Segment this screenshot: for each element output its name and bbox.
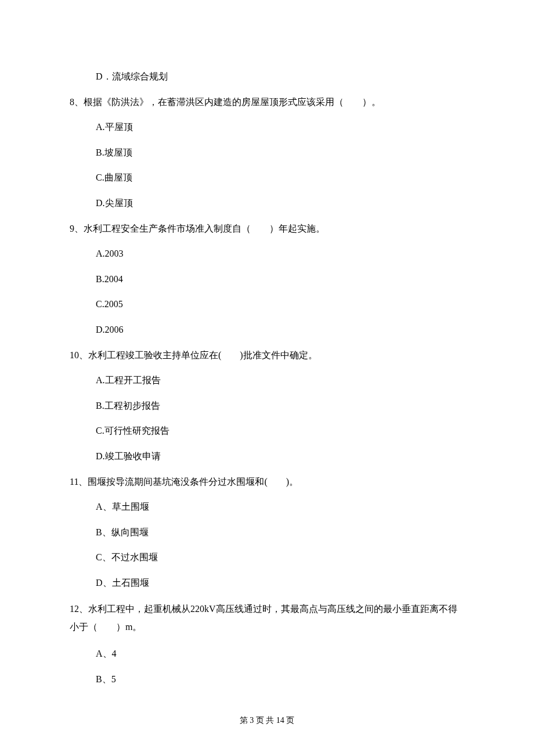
- q8-option-b: B.坡屋顶: [70, 140, 464, 165]
- q10-option-c: C.可行性研究报告: [70, 418, 464, 444]
- q8-text: 8、根据《防洪法》，在蓄滞洪区内建造的房屋屋顶形式应该采用（ ）。: [70, 89, 464, 115]
- page-footer: 第 3 页 共 14 页: [0, 715, 534, 726]
- q10-option-d: D.竣工验收申请: [70, 444, 464, 469]
- q8-option-d: D.尖屋顶: [70, 190, 464, 216]
- q9-option-d: D.2006: [70, 317, 464, 343]
- q11-option-b: B、纵向围堰: [70, 520, 464, 545]
- q10-text: 10、水利工程竣工验收主持单位应在( )批准文件中确定。: [70, 343, 464, 368]
- q12-option-b: B、5: [70, 667, 464, 692]
- q7-option-d: D．流域综合规划: [70, 64, 464, 89]
- q12-option-a: A、4: [70, 641, 464, 667]
- q9-option-c: C.2005: [70, 291, 464, 317]
- q8-option-a: A.平屋顶: [70, 114, 464, 140]
- q12-text: 12、水利工程中，起重机械从220kV高压线通过时，其最高点与高压线之间的最小垂…: [70, 595, 464, 641]
- q10-option-a: A.工程开工报告: [70, 368, 464, 393]
- q9-option-a: A.2003: [70, 241, 464, 267]
- q11-option-a: A、草土围堰: [70, 494, 464, 520]
- q9-text: 9、水利工程安全生产条件市场准入制度自（ ）年起实施。: [70, 216, 464, 242]
- q11-option-d: D、土石围堰: [70, 570, 464, 596]
- q10-option-b: B.工程初步报告: [70, 393, 464, 419]
- q11-option-c: C、不过水围堰: [70, 545, 464, 570]
- q8-option-c: C.曲屋顶: [70, 165, 464, 190]
- q11-text: 11、围堰按导流期间基坑淹没条件分过水围堰和( )。: [70, 469, 464, 495]
- q9-option-b: B.2004: [70, 267, 464, 292]
